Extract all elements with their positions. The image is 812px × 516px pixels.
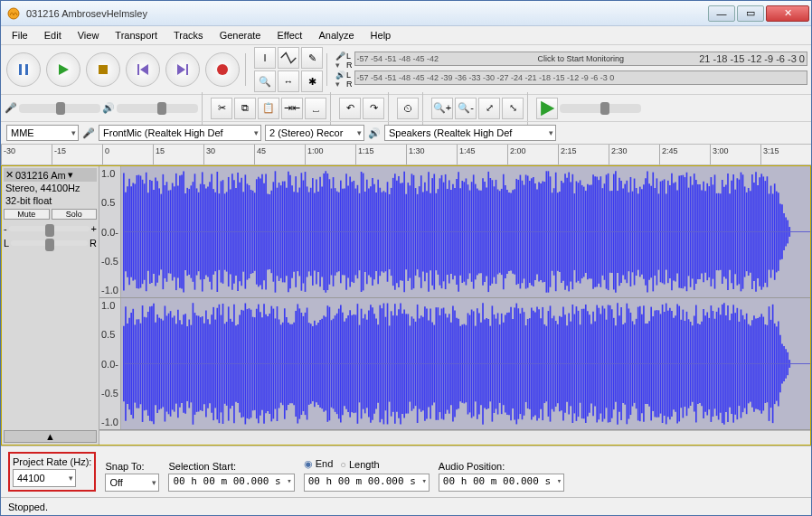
selection-tool-button[interactable]: I [254,47,276,69]
window-title: 031216 AmbrosevHelmsley [26,8,708,19]
menu-edit[interactable]: Edit [37,28,69,42]
close-button[interactable]: ✕ [766,5,809,22]
mic-gain-icon: 🎤 [5,102,17,114]
minimize-button[interactable]: — [708,5,735,22]
menu-analyze[interactable]: Analyze [311,28,361,42]
maximize-button[interactable]: ▭ [737,5,764,22]
svg-rect-4 [99,65,108,74]
end-radio[interactable]: End [304,458,334,470]
pan-slider[interactable] [11,240,88,246]
track-close-icon[interactable]: ✕ [5,169,14,181]
play-gain-slider[interactable] [117,104,198,113]
redo-button[interactable]: ↷ [363,98,384,119]
play-at-speed-button[interactable] [536,98,558,119]
svg-marker-3 [59,64,69,75]
timeline-ruler[interactable]: -30-1501530451:001:151:301:452:002:152:3… [1,144,811,165]
timeshift-tool-button[interactable]: ↔ [278,70,299,92]
status-text: Stopped. [8,502,48,512]
play-meter[interactable]: -57 -54 -51 -48 -45 -42 -39 -36 -33 -30 … [354,70,808,85]
selection-start-spin[interactable]: 00 h 00 m 00.000 s [168,474,294,492]
play-button[interactable] [46,52,80,87]
fit-project-button[interactable]: ⤡ [502,98,524,119]
svg-point-9 [217,64,228,75]
sync-lock-button[interactable]: ⏲ [397,98,419,119]
selection-end-spin[interactable]: 00 h 00 m 00.000 s [304,474,430,492]
undo-button[interactable]: ↶ [339,98,361,119]
copy-button[interactable]: ⧉ [234,98,256,119]
skip-start-button[interactable] [126,52,160,87]
audio-position-label: Audio Position: [439,461,564,472]
audio-position-spin[interactable]: 00 h 00 m 00.000 s [439,474,564,492]
menu-tracks[interactable]: Tracks [166,28,211,42]
track-format: Stereo, 44100Hz [4,182,97,194]
snap-combo[interactable]: Off [105,474,159,492]
skip-end-button[interactable] [165,52,200,87]
track-menu-icon[interactable]: ▾ [68,169,73,181]
zoom-tool-button[interactable]: 🔍 [254,70,276,92]
play-speed-slider[interactable] [560,104,641,113]
menu-generate[interactable]: Generate [212,28,269,42]
h-scrollbar[interactable] [99,430,810,445]
output-combo[interactable]: Speakers (Realtek High Def [384,125,556,141]
svg-rect-2 [25,64,28,75]
mute-button[interactable]: Mute [4,209,50,220]
collapse-button[interactable]: ▲ [4,430,97,443]
app-icon [6,6,21,21]
svg-rect-5 [137,64,139,75]
app-window: 031216 AmbrosevHelmsley — ▭ ✕ File Edit … [0,0,812,516]
svg-marker-6 [140,64,148,75]
status-bar: Stopped. [1,497,811,515]
output-device-icon: 🔊 [368,127,381,139]
input-device-icon: 🎤 [82,127,95,139]
titlebar[interactable]: 031216 AmbrosevHelmsley — ▭ ✕ [1,1,811,26]
record-gain-slider[interactable] [19,104,100,113]
stop-button[interactable] [86,52,120,87]
record-meter[interactable]: -57 -54 -51 -48 -45 -42 Click to Start M… [354,52,808,66]
svg-marker-7 [177,64,185,75]
gain-slider[interactable] [9,226,90,231]
wave-left[interactable]: 1.00.50.0--0.5-1.0 [99,166,810,298]
draw-tool-button[interactable]: ✎ [301,47,323,69]
record-meter-overlay[interactable]: Click to Start Monitoring [535,54,626,63]
transport-toolbar: I ✎ 🔍 ↔ ✱ 🎤▾ LR -57 -54 -51 -48 -45 -42 … [1,44,811,94]
envelope-tool-button[interactable] [278,47,299,69]
track-name[interactable]: 031216 Am [15,170,66,181]
mic-icon[interactable]: 🎤▾ [335,52,345,70]
multi-tool-button[interactable]: ✱ [301,70,323,92]
menu-view[interactable]: View [71,28,107,42]
cut-button[interactable]: ✂ [211,98,232,119]
device-toolbar: MME 🎤 FrontMic (Realtek High Def 2 (Ster… [1,121,811,144]
record-button[interactable] [205,52,240,87]
menu-transport[interactable]: Transport [108,28,165,42]
pause-button[interactable] [6,52,41,87]
paste-button[interactable]: 📋 [258,98,279,119]
length-radio[interactable]: Length [340,459,379,470]
menu-help[interactable]: Help [364,28,399,42]
project-rate-label: Project Rate (Hz): [13,456,91,467]
menu-file[interactable]: File [5,28,35,42]
track-panel[interactable]: ✕031216 Am▾ Stereo, 44100Hz 32-bit float… [2,166,99,445]
waveform-area[interactable]: 1.00.50.0--0.5-1.0 1.00.50.0--0.5-1.0 [99,166,810,445]
silence-button[interactable]: ⎵ [305,98,326,119]
snap-label: Snap To: [105,461,159,472]
zoom-in-button[interactable]: 🔍+ [431,98,453,119]
menu-effect[interactable]: Effect [270,28,310,42]
trim-button[interactable]: ⇥⇤ [281,98,303,119]
track-area: ✕031216 Am▾ Stereo, 44100Hz 32-bit float… [1,165,811,446]
svg-rect-8 [186,64,188,75]
solo-button[interactable]: Solo [52,209,98,220]
project-rate-combo[interactable]: 44100 [13,469,76,487]
fit-selection-button[interactable]: ⤢ [478,98,500,119]
wave-right[interactable]: 1.00.50.0--0.5-1.0 [99,298,810,430]
speaker-icon[interactable]: 🔊▾ [335,70,345,89]
menubar: File Edit View Transport Tracks Generate… [1,26,811,44]
svg-marker-10 [541,100,554,116]
channels-combo[interactable]: 2 (Stereo) Recor [265,125,364,141]
host-combo[interactable]: MME [6,125,79,141]
edit-toolbar: 🎤 🔊 ✂ ⧉ 📋 ⇥⇤ ⎵ ↶ ↷ ⏲ 🔍+ 🔍- ⤢ ⤡ [1,94,811,121]
input-combo[interactable]: FrontMic (Realtek High Def [99,125,261,141]
play-gain-icon: 🔊 [102,102,115,114]
zoom-out-button[interactable]: 🔍- [455,98,477,119]
selection-bar: Project Rate (Hz): 44100 Snap To: Off Se… [1,446,811,497]
project-rate-group: Project Rate (Hz): 44100 [8,452,96,492]
